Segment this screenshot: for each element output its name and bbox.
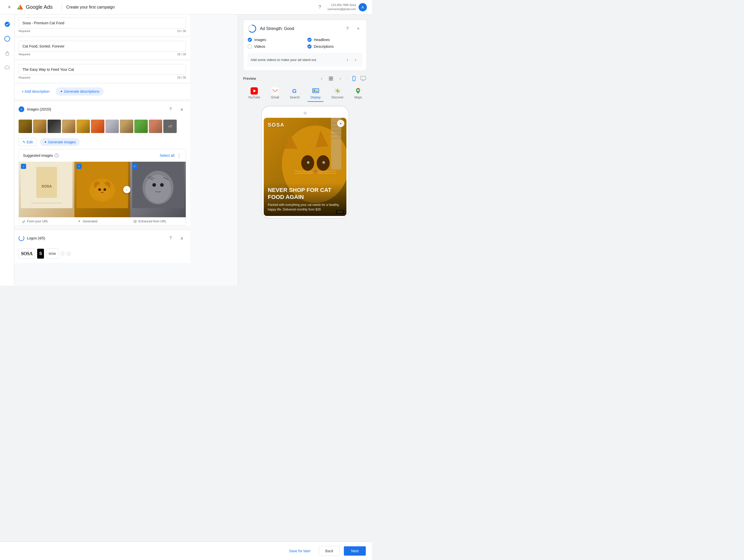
logos-section-header: Logos (4/5) ? ∧ bbox=[14, 230, 190, 247]
tip-next-button[interactable]: › bbox=[352, 56, 359, 63]
svg-rect-50 bbox=[316, 91, 318, 92]
ad-preview-image: × SOSA NEVER SHOP FOR CAT FOOD AGAIN Pac… bbox=[264, 118, 346, 216]
tab-maps[interactable]: Maps bbox=[351, 85, 365, 102]
image-thumb-6 bbox=[91, 120, 104, 133]
svg-rect-5 bbox=[6, 53, 9, 55]
image-thumb-9 bbox=[134, 120, 148, 133]
page-title: Create your first campaign bbox=[66, 5, 115, 9]
phone-frame: × SOSA NEVER SHOP FOR CAT FOOD AGAIN Pac… bbox=[261, 106, 349, 219]
images-title: Images (20/20) bbox=[27, 107, 51, 111]
headline3-required: Required bbox=[18, 76, 30, 79]
enhanced-icon bbox=[133, 220, 137, 223]
tab-search[interactable]: G Search bbox=[287, 85, 303, 102]
logos-help-button[interactable]: ? bbox=[166, 234, 175, 242]
mobile-preview-button[interactable] bbox=[350, 75, 358, 82]
tab-discover[interactable]: Discover bbox=[328, 85, 347, 102]
ad-checks: Images Headlines Videos bbox=[248, 37, 363, 49]
svg-point-22 bbox=[152, 183, 156, 187]
account-info: 123-456-7890 Sosa username@gmail.com bbox=[328, 3, 356, 11]
logo-dot-1 bbox=[61, 252, 65, 256]
tab-youtube[interactable]: YouTube bbox=[245, 85, 263, 102]
svg-rect-40 bbox=[361, 76, 366, 80]
generate-descriptions-button[interactable]: ✦ Generate descriptions bbox=[56, 87, 104, 96]
gmail-icon bbox=[271, 87, 279, 95]
headline1-count: 23 / 30 bbox=[177, 30, 186, 33]
svg-point-63 bbox=[323, 161, 325, 164]
ad-strength-spinner bbox=[248, 24, 257, 33]
generated-icon bbox=[77, 220, 81, 223]
images-collapse-button[interactable]: ∧ bbox=[178, 105, 186, 113]
image-1-check: ✓ bbox=[21, 164, 26, 169]
headline3-input[interactable] bbox=[18, 64, 186, 75]
display-icon bbox=[312, 87, 319, 95]
ad-check-headlines: Headlines bbox=[307, 37, 363, 42]
suggested-label-3: Enhanced from URL bbox=[130, 217, 186, 225]
ad-check-videos: Videos bbox=[248, 44, 303, 49]
logos-collapse-button[interactable]: ∧ bbox=[178, 234, 186, 242]
main-layout: Required 23 / 30 Required 25 / 30 Requir… bbox=[0, 14, 372, 286]
suggested-image-2[interactable]: ✓ › bbox=[74, 162, 130, 217]
discover-icon bbox=[334, 87, 341, 95]
sidebar-step-1[interactable] bbox=[3, 20, 12, 29]
help-button[interactable]: ? bbox=[315, 3, 325, 12]
logo-dot-2 bbox=[67, 252, 71, 256]
preview-next-button[interactable]: › bbox=[337, 75, 344, 82]
headline1-input[interactable] bbox=[18, 17, 186, 28]
select-all-button[interactable]: Select all bbox=[160, 153, 174, 157]
search-icon: G bbox=[291, 87, 298, 95]
add-description-button[interactable]: + Add description bbox=[18, 87, 53, 96]
svg-rect-37 bbox=[331, 79, 333, 80]
edit-images-button[interactable]: ✎ Edit bbox=[18, 138, 37, 146]
images-help-button[interactable]: ? bbox=[166, 105, 175, 113]
generate-images-button[interactable]: ✦ Generate images bbox=[40, 138, 80, 146]
image-3-check: ✓ bbox=[132, 164, 138, 169]
svg-text:G: G bbox=[292, 88, 297, 94]
headline2-count: 25 / 30 bbox=[177, 53, 186, 56]
tab-gmail[interactable]: Gmail bbox=[268, 85, 282, 102]
ad-strength-title: Ad Strength: Good bbox=[260, 26, 294, 31]
headline1-group: Required 23 / 30 bbox=[14, 14, 190, 36]
suggested-image-1[interactable]: ✓ SOSA bbox=[19, 162, 74, 217]
desktop-preview-button[interactable] bbox=[360, 75, 367, 82]
videos-dashed-icon bbox=[248, 44, 252, 49]
descriptions-check-icon bbox=[307, 44, 312, 49]
logo-sosa-small: SOSA bbox=[46, 249, 58, 259]
preview-header: Preview ‹ › bbox=[243, 75, 367, 82]
ad-check-images: Images bbox=[248, 37, 303, 42]
avatar[interactable]: A bbox=[359, 3, 367, 11]
form-area: Required 23 / 30 Required 25 / 30 Requir… bbox=[14, 14, 190, 286]
phone-notch bbox=[303, 112, 307, 115]
logo-sosa-black: S bbox=[37, 249, 44, 259]
ad-strength-close-button[interactable]: × bbox=[354, 25, 363, 33]
image-thumb-7 bbox=[105, 120, 119, 133]
suggested-help-icon[interactable]: ? bbox=[54, 153, 59, 157]
close-button[interactable]: × bbox=[5, 3, 13, 11]
tip-prev-button[interactable]: ‹ bbox=[344, 56, 351, 63]
suggested-label-1: From your URL bbox=[19, 217, 74, 225]
youtube-icon bbox=[251, 87, 258, 95]
logo-sosa-text: SOSA bbox=[18, 249, 35, 259]
headline2-required: Required bbox=[18, 53, 30, 56]
image-thumb-8 bbox=[120, 120, 133, 133]
image-thumb-1 bbox=[18, 120, 32, 133]
suggested-next-button[interactable]: › bbox=[123, 186, 130, 193]
svg-point-39 bbox=[354, 80, 354, 81]
svg-point-3 bbox=[5, 22, 10, 27]
preview-prev-button[interactable]: ‹ bbox=[318, 75, 325, 82]
ad-strength-help-button[interactable]: ? bbox=[343, 25, 351, 33]
kebab-menu-button[interactable]: ⋮ bbox=[177, 152, 182, 159]
sidebar-step-2[interactable] bbox=[3, 34, 12, 43]
ad-close-button[interactable]: × bbox=[337, 120, 344, 127]
preview-grid-button[interactable] bbox=[327, 75, 335, 82]
image-2-check: ✓ bbox=[76, 164, 82, 169]
channel-tabs: YouTube Gmail G bbox=[243, 85, 367, 102]
image-thumb-3 bbox=[47, 120, 61, 133]
suggested-image-3[interactable]: ✓ bbox=[130, 162, 186, 217]
headline2-input[interactable] bbox=[18, 41, 186, 52]
logos-loading-icon bbox=[18, 235, 24, 241]
left-sidebar bbox=[0, 14, 14, 286]
images-strip: +7 bbox=[14, 117, 190, 135]
svg-rect-49 bbox=[316, 89, 318, 90]
tab-display[interactable]: Display bbox=[307, 85, 324, 102]
images-check-icon bbox=[248, 37, 252, 42]
